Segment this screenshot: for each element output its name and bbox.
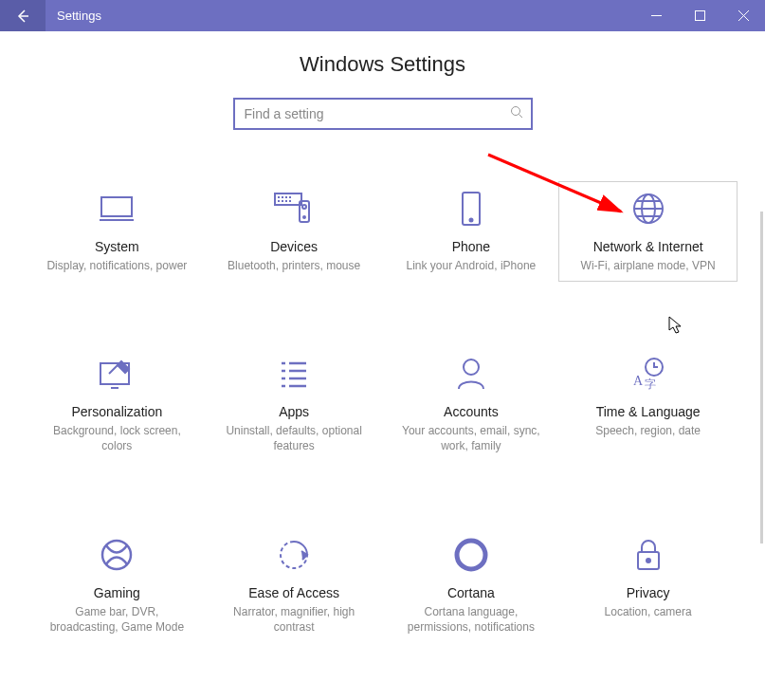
tile-desc: Narrator, magnifier, high contrast (218, 604, 370, 635)
timelang-icon: A字 (629, 355, 667, 393)
tile-personalization[interactable]: Personalization Background, lock screen,… (28, 347, 206, 461)
svg-point-16 (102, 541, 131, 569)
tile-desc: Your accounts, email, sync, work, family (395, 423, 547, 453)
back-button[interactable] (0, 0, 46, 31)
svg-rect-0 (695, 11, 704, 21)
tile-apps[interactable]: Apps Uninstall, defaults, optional featu… (206, 347, 383, 461)
search-input[interactable] (233, 98, 533, 130)
tile-title: Gaming (94, 585, 140, 600)
settings-grid: System Display, notifications, power Dev… (0, 182, 765, 642)
minimize-button[interactable] (634, 0, 678, 31)
tile-desc: Location, camera (605, 604, 692, 619)
tile-desc: Link your Android, iPhone (406, 258, 536, 273)
svg-text:字: 字 (645, 378, 656, 391)
globe-icon (631, 190, 665, 228)
tile-title: System (95, 239, 139, 254)
svg-point-17 (457, 541, 485, 569)
tile-title: Time & Language (596, 404, 701, 419)
tile-title: Phone (452, 239, 490, 254)
tile-network[interactable]: Network & Internet Wi-Fi, airplane mode,… (559, 182, 737, 281)
apps-icon (278, 355, 310, 393)
tile-title: Personalization (72, 404, 163, 419)
svg-point-6 (303, 216, 305, 218)
tile-desc: Cortana language, permissions, notificat… (395, 604, 547, 635)
scrollbar[interactable] (760, 212, 763, 543)
arrow-left-icon (15, 9, 30, 24)
tile-accounts[interactable]: Accounts Your accounts, email, sync, wor… (383, 347, 560, 461)
tile-desc: Speech, region, date (595, 423, 701, 438)
tile-title: Cortana (447, 585, 495, 600)
svg-point-12 (464, 359, 479, 375)
tile-desc: Background, lock screen, colors (41, 423, 192, 453)
tile-ease[interactable]: Ease of Access Narrator, magnifier, high… (206, 528, 383, 642)
system-icon (98, 190, 136, 228)
close-icon (738, 10, 749, 21)
svg-point-19 (647, 559, 650, 562)
maximize-icon (695, 10, 705, 21)
svg-point-5 (302, 205, 306, 209)
tile-desc: Game bar, DVR, broadcasting, Game Mode (41, 604, 192, 635)
tile-title: Ease of Access (248, 585, 339, 600)
tile-privacy[interactable]: Privacy Location, camera (559, 528, 737, 642)
tile-cortana[interactable]: Cortana Cortana language, permissions, n… (383, 528, 560, 642)
tile-title: Apps (279, 404, 309, 419)
maximize-button[interactable] (678, 0, 721, 31)
search-wrap (0, 98, 765, 130)
window-title: Settings (46, 9, 634, 23)
page-title: Windows Settings (0, 52, 765, 77)
svg-point-8 (469, 219, 472, 222)
tile-desc: Display, notifications, power (46, 258, 187, 273)
svg-rect-3 (275, 193, 301, 205)
search-icon (510, 105, 523, 122)
content-area: Windows Settings System Display, notific… (0, 31, 765, 700)
close-button[interactable] (721, 0, 765, 31)
accounts-icon (456, 355, 486, 393)
gaming-icon (100, 536, 134, 574)
tile-title: Network & Internet (593, 239, 703, 254)
svg-point-1 (511, 107, 519, 116)
tile-title: Accounts (444, 404, 499, 419)
tile-phone[interactable]: Phone Link your Android, iPhone (383, 182, 560, 281)
tile-desc: Wi-Fi, airplane mode, VPN (581, 258, 716, 273)
privacy-icon (634, 536, 663, 574)
titlebar: Settings (0, 0, 765, 31)
devices-icon (273, 190, 315, 228)
tile-devices[interactable]: Devices Bluetooth, printers, mouse (206, 182, 383, 281)
tile-timelang[interactable]: A字 Time & Language Speech, region, date (559, 347, 737, 461)
svg-text:A: A (633, 374, 644, 388)
tile-title: Privacy (627, 585, 670, 600)
tile-desc: Uninstall, defaults, optional features (218, 423, 370, 453)
minimize-icon (651, 10, 662, 21)
svg-rect-2 (101, 197, 132, 216)
phone-icon (460, 190, 483, 228)
ease-icon (277, 536, 311, 574)
cortana-icon (454, 536, 488, 574)
personalization-icon (98, 355, 136, 393)
window-controls (634, 0, 765, 31)
tile-title: Devices (270, 239, 318, 254)
tile-gaming[interactable]: Gaming Game bar, DVR, broadcasting, Game… (28, 528, 206, 642)
tile-desc: Bluetooth, printers, mouse (228, 258, 360, 273)
tile-system[interactable]: System Display, notifications, power (28, 182, 206, 281)
